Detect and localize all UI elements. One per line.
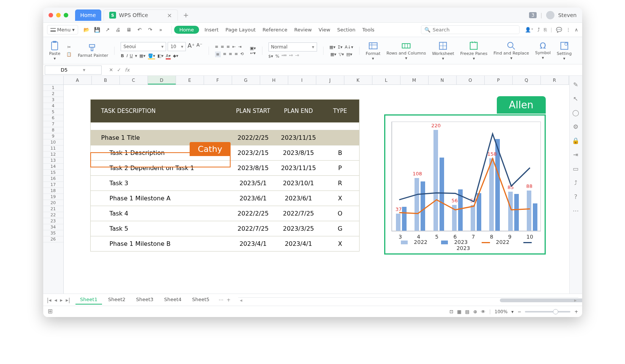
cell-plan-start[interactable]: 2022/2/25 [231,210,276,217]
shapes-icon[interactable]: ◯ [572,109,579,116]
ribbon-tab-view[interactable]: View [319,27,330,33]
search-box[interactable]: 🔍 [421,25,520,34]
sheet-tab-sheet1[interactable]: Sheet1 [75,295,102,305]
fill-icon[interactable]: ▤▾ [346,52,352,57]
ribbon-tab-page-layout[interactable]: Page Layout [225,27,256,33]
formula-input[interactable] [133,67,513,73]
increase-decimal-icon[interactable]: ⁺⁰ [289,54,293,59]
cell-description[interactable]: Task 4 [91,210,231,217]
print-icon[interactable]: 🖨 [115,27,121,33]
copy-icon[interactable]: 📋 [66,52,72,57]
cell-plan-end[interactable]: 2023/4/1 [276,240,321,247]
row-header-7[interactable]: 7 [43,121,63,127]
row-header-20[interactable]: 20 [43,200,63,206]
zoom-out-icon[interactable]: − [517,309,521,314]
find-replace-button[interactable]: Find and Replace▾ [491,37,531,64]
row-header-9[interactable]: 9 [43,133,63,139]
indent-decrease-icon[interactable]: ⇤ [232,44,236,49]
row-header-10[interactable]: 10 [43,139,63,145]
ribbon-tab-tools[interactable]: Tools [362,27,374,33]
col-header-I[interactable]: I [288,76,316,84]
decrease-font-icon[interactable]: A⁻ [196,42,203,51]
col-header-C[interactable]: C [120,76,148,84]
increase-font-icon[interactable]: A⁺ [187,42,195,51]
row-header-22[interactable]: 22 [43,212,63,218]
currency-icon[interactable]: $▾ [269,54,273,59]
name-box[interactable]: D5▾ [45,66,102,75]
ribbon-tab-review[interactable]: Review [294,27,312,33]
rows-cols-button[interactable]: Rows and Columns▾ [384,37,428,64]
cell-plan-end[interactable]: 2023/3/25 [276,225,321,232]
bold-icon[interactable]: B [121,53,124,59]
menu-button[interactable]: Menu ▾ [47,25,78,34]
table-row[interactable]: Phase 1 Milestone A 2023/6/1 2023/6/1 X [91,191,359,206]
cell-plan-end[interactable]: 2023/10/1 [276,180,321,187]
cell-type[interactable]: B [321,149,359,156]
row-header-3[interactable]: 3 [43,97,63,103]
cell-plan-start[interactable]: 2022/2/25 [231,134,276,141]
col-header-F[interactable]: F [204,76,232,84]
border-icon[interactable]: ▦▾ [140,53,146,59]
chat-panel-icon[interactable]: ▭ [573,165,578,172]
kebab-icon[interactable]: ⋮ [566,27,571,33]
table-row[interactable]: Task 3 2023/5/1 2023/10/1 R [91,175,359,191]
filter-icon[interactable]: ▽▾ [339,52,344,57]
sort-icon[interactable]: A↓▾ [345,45,353,50]
table-row[interactable]: Phase 1 Milestone B 2023/4/1 2023/4/1 X [91,236,359,251]
sheet-tab-sheet2[interactable]: Sheet2 [104,295,130,305]
row-header-13[interactable]: 13 [43,158,63,164]
comma-icon[interactable]: ⁿ⁰⁰ [282,54,287,59]
zoom-in-icon[interactable]: + [574,309,578,314]
decrease-decimal-icon[interactable]: ⁻⁰ [295,54,299,59]
row-header-18[interactable]: 18 [43,188,63,194]
italic-icon[interactable]: I [126,53,127,59]
row-header-23[interactable]: 23 [43,218,63,224]
avatar[interactable] [546,11,554,19]
open-folder-icon[interactable]: 📂 [83,27,90,33]
last-sheet-icon[interactable]: ▸| [66,297,70,303]
row-header[interactable]: 1234567891011121314151617181920212223343… [43,76,64,294]
help-icon[interactable]: ? [574,193,578,200]
add-tab-icon[interactable]: + [183,11,189,19]
maximize-window-icon[interactable] [64,13,68,17]
cell-description[interactable]: Task 5 [91,225,231,232]
align-left-icon[interactable]: ≡ [215,52,221,57]
sliders-icon[interactable]: ⚙ [573,123,578,130]
cancel-formula-icon[interactable]: ✕ [109,67,113,73]
indent-increase-icon[interactable]: ⇥ [238,44,241,49]
sheet-tab-sheet4[interactable]: Sheet4 [160,295,186,305]
cell-type[interactable]: P [321,164,359,172]
row-header-26[interactable]: 26 [43,236,63,242]
grid[interactable]: ABCDEFGHIJKLMNOPQR TASK DESCRIPTION PLAN… [64,76,569,294]
row-header-34[interactable]: 34 [43,224,63,230]
row-header-4[interactable]: 4 [43,103,63,109]
scroll-left-icon[interactable]: ◂ [240,297,242,303]
more-icon[interactable]: » [158,27,164,33]
close-tab-icon[interactable]: × [167,12,172,19]
format-button[interactable]: Format▾ [363,37,383,64]
align-top-icon[interactable]: ≡ [215,44,218,49]
worksheet-button[interactable]: Worksheet▾ [430,37,456,64]
cell-plan-end[interactable]: 2022/7/25 [276,210,321,217]
orientation-icon[interactable]: ⟲ [240,52,243,57]
redo-icon[interactable]: ↷ [147,27,153,33]
align-right-icon[interactable]: ≡ [229,52,232,57]
col-header-O[interactable]: O [457,76,485,84]
cell-description[interactable]: Task 3 [91,180,231,187]
cell-plan-start[interactable]: 2023/8/15 [231,164,276,172]
table-style-icon[interactable]: ▦▾ [330,52,336,57]
normal-view-icon[interactable]: ▦ [457,309,461,314]
edit-icon[interactable]: ✎ [573,81,578,88]
col-header-J[interactable]: J [316,76,344,84]
col-header-L[interactable]: L [372,76,400,84]
cell-type[interactable]: X [321,195,359,202]
col-header-E[interactable]: E [176,76,204,84]
underline-icon[interactable]: U [130,53,133,59]
table-row[interactable]: Task 4 2022/2/25 2022/7/25 O [91,206,359,221]
horizontal-scrollbar[interactable]: ◂ ▸ [238,297,578,303]
col-header-P[interactable]: P [485,76,513,84]
cell-plan-start[interactable]: 2023/2/15 [231,149,276,156]
sheet-tab-sheet3[interactable]: Sheet3 [132,295,158,305]
user-name[interactable]: Steven [558,12,577,18]
justify-icon[interactable]: ≡ [234,52,238,57]
